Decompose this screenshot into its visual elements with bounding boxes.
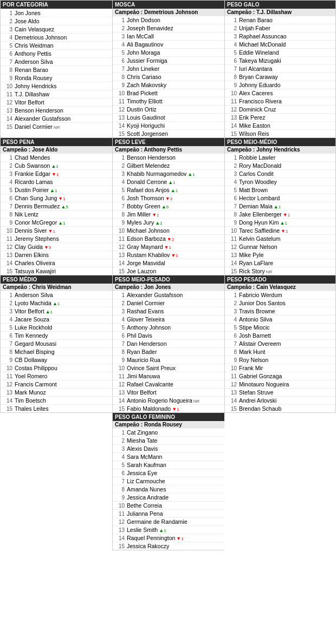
rank-number: 7 (115, 341, 125, 347)
rank-number: 7 (227, 66, 237, 72)
list-item: 11Kelvin Gastelum (225, 234, 335, 242)
rank-number: 14 (3, 116, 12, 122)
list-item: 7Dennis Bermudez▲5 (1, 202, 112, 210)
rank-number: 15 (115, 268, 125, 274)
list-item: 6Jussier Formiga (113, 56, 224, 64)
fighter-name: Dustin Ortiz (127, 106, 222, 113)
rank-number: 3 (115, 446, 125, 452)
list-item: 10Tarec Saffiedine▼1 (225, 226, 335, 234)
rank-number: 10 (115, 90, 125, 96)
list-item: 14Alexander Gustafsson (1, 114, 112, 122)
fighter-name: Anthony Pettis (15, 50, 110, 57)
fighter-name: Erik Perez (239, 114, 333, 121)
rank-number: 8 (115, 74, 125, 80)
fighter-name: Michael Bisping (15, 349, 110, 355)
rank-number: 6 (115, 58, 125, 64)
rank-number: 8 (227, 74, 237, 80)
fighter-name: Raphael Assuncao (239, 33, 333, 40)
fighter-name: Fabio Maldonado▼1 (127, 405, 222, 412)
list-item: 1Robbie Lawler (225, 153, 335, 161)
list-item: 11T.J. Dillashaw (1, 90, 112, 98)
rank-number: 15 (3, 124, 12, 130)
rank-number: 4 (3, 179, 12, 185)
fighter-name: Urijah Faber (239, 25, 333, 31)
rank-number: 7 (115, 478, 125, 484)
rank-number: 12 (115, 244, 125, 250)
fighter-name: Alistair Overeem (239, 340, 333, 347)
fighter-name: Demetrious Johnson (15, 34, 110, 41)
fighter-name: Dan Henderson (127, 340, 222, 347)
list-item: 3Vitor Belfort▲1 (1, 307, 112, 315)
fighter-name: Roy Nelson (239, 357, 333, 363)
list-item: 1Anderson Silva (1, 291, 112, 299)
rank-number: 13 (115, 527, 125, 533)
list-item: 10Frank Mir (225, 364, 335, 372)
rank-number: 5 (3, 43, 12, 49)
fighter-name: Frank Mir (239, 365, 333, 371)
rank-number: 4 (115, 317, 125, 323)
fighter-name: Cat Zingano (127, 429, 222, 436)
list-item: 2Lyoto Machida▲1 (1, 299, 112, 307)
list-item: 3Ian McCall (113, 32, 224, 40)
rank-number: 12 (3, 100, 12, 106)
section-peso-galo-feminino: PESO GALO FEMININO Campeão : Ronda Rouse… (112, 413, 224, 550)
rank-number: 1 (115, 292, 125, 298)
list-item: 10Costas Philippou (1, 364, 112, 372)
rank-number: 9 (3, 75, 12, 81)
rank-number: 6 (115, 333, 125, 339)
fighter-name: Anthony Johnson (127, 324, 222, 331)
list-peso-medio: 1Anderson Silva2Lyoto Machida▲13Vitor Be… (1, 291, 112, 412)
list-item: 15Scott Jorgensen (113, 129, 224, 137)
list-item: 11Gabriel Gonzaga (225, 372, 335, 380)
list-item: 10Johny Hendricks (1, 82, 112, 90)
section-header-peso-leve: PESO LEVE (113, 138, 224, 146)
rank-number: 9 (3, 220, 12, 226)
fighter-name: Tim Kennedy (15, 332, 110, 339)
list-item: 15Daniel CormierNR (1, 122, 112, 130)
rank-number: 11 (3, 236, 12, 242)
rank-number: 10 (115, 228, 125, 234)
list-item: 3Carlos Condit (225, 169, 335, 178)
fighter-name: Stipe Miocic (239, 324, 333, 331)
fighter-name: Fabricio Werdum (239, 292, 333, 298)
fighter-name: CB Dollaway (15, 357, 110, 363)
list-item: 3Alexis Davis (113, 444, 224, 452)
list-item: 8Jim Miller▼1 (113, 210, 224, 218)
list-item: 13Mike Pyle (225, 251, 335, 259)
list-item: 6Takeya Mizugaki (225, 56, 335, 64)
rank-number: 6 (227, 195, 237, 201)
fighter-name: Germaine de Randamie (127, 518, 222, 525)
list-item: 14Jorge Masvidal (113, 259, 224, 267)
rank-number: 14 (227, 260, 237, 266)
champion-peso-pena: Campeão : Jose Aldo (1, 146, 112, 153)
fighter-name: Sara McMann (127, 454, 222, 460)
list-item: 10Brad Pickett (113, 89, 224, 97)
fighter-name: Stefan Struve (239, 389, 333, 396)
rank-number: 11 (115, 373, 125, 379)
rank-number: 10 (3, 228, 12, 234)
fighter-name: Johnny Eduardo (239, 82, 333, 88)
list-item: 1Benson Henderson (113, 153, 224, 161)
rank-number: 6 (3, 195, 12, 201)
rank-number: 2 (227, 25, 237, 31)
list-item: 12Dominick Cruz (225, 105, 335, 113)
fighter-name: Michael Johnson (127, 227, 222, 234)
fighter-name: Jorge Masvidal (127, 260, 222, 266)
rank-number: 14 (115, 123, 125, 129)
rank-number: 11 (227, 373, 237, 379)
rank-number: 10 (227, 365, 237, 371)
fighter-name: Daniel Cormier (127, 300, 222, 306)
rank-number: 10 (3, 83, 12, 89)
fighter-name: Liz Carmouche (127, 478, 222, 484)
list-item: 10Alex Caceres (225, 89, 335, 97)
list-item: 4Michael McDonald (225, 40, 335, 48)
fighter-name: Clay Guida▼5 (15, 244, 110, 250)
rank-number: 13 (3, 390, 12, 396)
list-item: 11Edson Barboza▼2 (113, 234, 224, 242)
fighter-name: Minotauro Nogueira (239, 381, 333, 387)
list-item: 6Josh Barnett (225, 331, 335, 339)
rank-number: 4 (115, 179, 125, 185)
rank-number: 2 (3, 300, 12, 306)
fighter-name: Travis Browne (239, 308, 333, 314)
rank-number: 10 (227, 90, 237, 96)
